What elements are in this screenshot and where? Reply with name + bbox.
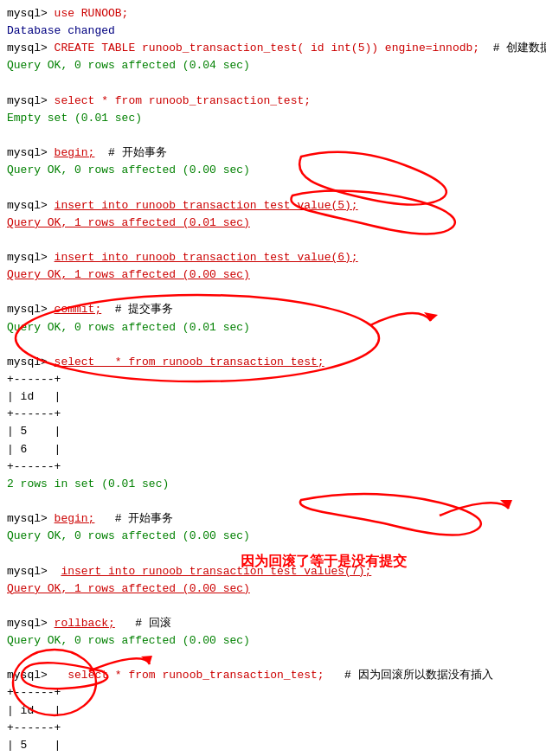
comment: # 因为回滚所以数据没有插入 <box>324 669 493 682</box>
cmd: CREATE TABLE runoob_transaction_test( id… <box>55 42 479 54</box>
result: Query OK, 0 rows affected (0.00 sec) <box>7 529 250 542</box>
table1-border3: +------+ <box>7 458 539 476</box>
comment: # 回滚 <box>115 617 171 630</box>
blank-5 <box>7 284 539 301</box>
prompt: mysql> <box>7 42 55 54</box>
blank-1 <box>7 75 539 93</box>
table1-header: | id | <box>7 388 539 406</box>
prompt: mysql> <box>7 669 61 682</box>
table1-border2: +------+ <box>7 406 539 423</box>
comment: # 开始事务 <box>94 146 166 159</box>
table1-border1: +------+ <box>7 371 539 388</box>
blank-9 <box>7 598 539 615</box>
db-changed: Database changed <box>7 24 115 37</box>
blank-4 <box>7 232 539 249</box>
table2-border1: +------+ <box>7 684 539 702</box>
cmd: select * from runoob_transaction_test; <box>55 94 311 107</box>
result-ul: Query OK, 1 rows affected (0.00 sec) <box>7 268 250 281</box>
line-12: mysql> insert into runoob_transaction_te… <box>7 197 539 215</box>
prompt: mysql> <box>7 251 55 264</box>
comment: # 创建数据表 <box>479 42 546 54</box>
prompt: mysql> <box>7 94 55 107</box>
blank-8 <box>7 545 539 562</box>
cmd-insert7: insert into runoob_transaction_test valu… <box>61 565 371 578</box>
prompt: mysql> <box>7 303 55 316</box>
line-16: Query OK, 1 rows affected (0.00 sec) <box>7 266 539 284</box>
result: Query OK, 0 rows affected (0.00 sec) <box>7 163 250 176</box>
blank-10 <box>7 650 539 667</box>
comment: # 提交事务 <box>101 303 173 316</box>
result-ul: Query OK, 1 rows affected (0.01 sec) <box>7 216 250 229</box>
cmd: use RUNOOB; <box>55 7 129 20</box>
terminal: mysql> use RUNOOB; Database changed mysq… <box>7 5 539 756</box>
result: Query OK, 0 rows affected (0.04 sec) <box>7 59 250 72</box>
line-begin2: mysql> begin; # 开始事务 <box>7 510 539 528</box>
blank-3 <box>7 179 539 196</box>
line-result1: 2 rows in set (0.01 sec) <box>7 476 539 493</box>
line-insert7: mysql> insert into runoob_transaction_te… <box>7 563 539 580</box>
line-15: mysql> insert into runoob_transaction_te… <box>7 249 539 266</box>
line-insert7-result: Query OK, 1 rows affected (0.00 sec) <box>7 580 539 598</box>
prompt: mysql> <box>7 7 55 20</box>
line-2: Database changed <box>7 22 539 40</box>
prompt: mysql> <box>7 356 55 368</box>
line-rollback: mysql> rollback; # 回滚 <box>7 615 539 632</box>
prompt: mysql> <box>7 199 55 212</box>
line-rollback-result: Query OK, 0 rows affected (0.00 sec) <box>7 632 539 650</box>
line-select2: mysql> select * from runoob_transaction_… <box>7 667 539 684</box>
result: Query OK, 0 rows affected (0.00 sec) <box>7 634 250 647</box>
table1-row1: | 5 | <box>7 423 539 440</box>
prompt: mysql> <box>7 146 55 159</box>
prompt: mysql> <box>7 617 55 630</box>
blank-7 <box>7 493 539 510</box>
result: 2 rows in set (0.01 sec) <box>7 477 169 490</box>
cmd-commit: commit; <box>55 303 102 316</box>
line-7: Empty set (0.01 sec) <box>7 110 539 127</box>
comment: # 开始事务 <box>94 512 173 525</box>
blank-2 <box>7 127 539 144</box>
result: Empty set (0.01 sec) <box>7 112 142 125</box>
prompt: mysql> <box>7 565 61 578</box>
prompt: mysql> <box>7 512 55 525</box>
line-3: mysql> CREATE TABLE runoob_transaction_t… <box>7 40 539 57</box>
line-13: Query OK, 1 rows affected (0.01 sec) <box>7 215 539 232</box>
cmd-rollback: rollback; <box>55 617 115 630</box>
line-10: Query OK, 0 rows affected (0.00 sec) <box>7 162 539 179</box>
line-4: Query OK, 0 rows affected (0.04 sec) <box>7 57 539 74</box>
line-19: Query OK, 0 rows affected (0.01 sec) <box>7 319 539 336</box>
table2-border2: +------+ <box>7 720 539 737</box>
cmd-begin2: begin; <box>55 512 95 525</box>
table2-header: | id | <box>7 702 539 720</box>
line-9: mysql> begin; # 开始事务 <box>7 144 539 162</box>
blank-6 <box>7 336 539 354</box>
line-begin2-result: Query OK, 0 rows affected (0.00 sec) <box>7 528 539 545</box>
line-1: mysql> use RUNOOB; <box>7 5 539 22</box>
cmd-begin: begin; <box>55 146 95 159</box>
result: Query OK, 0 rows affected (0.01 sec) <box>7 321 250 334</box>
cmd-select1: select * from runoob_transaction_test; <box>55 356 324 368</box>
result-ul: Query OK, 1 rows affected (0.00 sec) <box>7 582 250 595</box>
line-18: mysql> commit; # 提交事务 <box>7 301 539 318</box>
cmd-insert5: insert into runoob_transaction_test valu… <box>55 199 358 212</box>
table1-row2: | 6 | <box>7 441 539 458</box>
line-6: mysql> select * from runoob_transaction_… <box>7 93 539 110</box>
cmd-select2: select * from runoob_transaction_test; <box>61 669 324 682</box>
line-21: mysql> select * from runoob_transaction_… <box>7 354 539 371</box>
table2-row1: | 5 | <box>7 737 539 754</box>
cmd-insert6: insert into runoob_transaction_test valu… <box>55 251 358 264</box>
